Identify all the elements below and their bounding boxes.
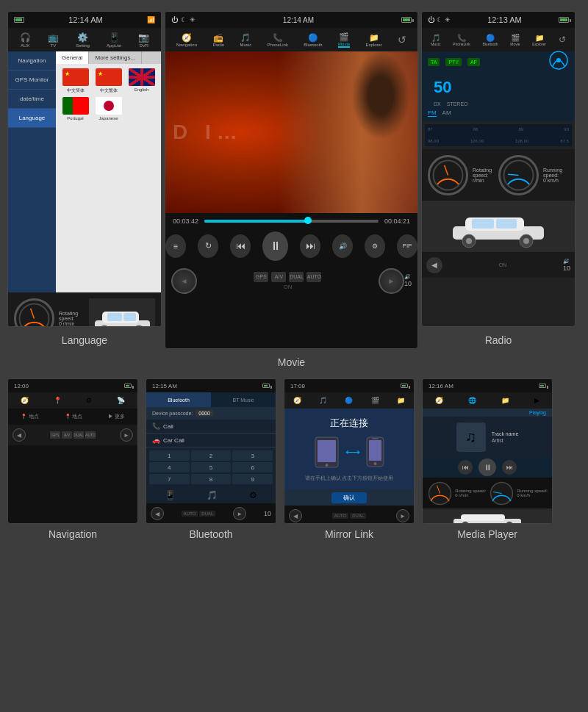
radio-frequency-number: 50	[428, 75, 569, 100]
movie-nav-navigation[interactable]: 🧭 Navigation	[176, 33, 197, 47]
right-nav-music[interactable]: 🎵 Music	[431, 34, 440, 46]
right-nav-bluetooth[interactable]: 🔵 Bluetooth	[482, 34, 498, 46]
bt-num-2[interactable]: 2	[191, 450, 232, 461]
bb-av[interactable]: A/V	[271, 272, 286, 282]
nav-btn-auto[interactable]: AUTO	[85, 431, 96, 439]
bt-battery	[262, 384, 270, 388]
bt-label: Bluetooth	[189, 528, 232, 540]
nav-btn-av[interactable]: A/V	[62, 431, 72, 439]
repeat-btn[interactable]: ↻	[198, 234, 218, 258]
settings-btn-player[interactable]: ⚙	[365, 234, 385, 258]
media-prev-btn[interactable]: ⏮	[458, 460, 473, 475]
right-nav-back[interactable]: ↺	[559, 35, 566, 45]
nav-btn-dual[interactable]: DUAL	[74, 431, 84, 439]
sound-btn[interactable]: 🔊	[332, 234, 353, 258]
bt-tab-btmusic[interactable]: BT Music	[211, 392, 276, 407]
bt-list-item-call[interactable]: 📞 Call	[146, 420, 276, 434]
nav-poi-1[interactable]: 📍 地点	[21, 413, 39, 420]
movie-nav-bluetooth[interactable]: 🔵 Bluetooth	[304, 33, 322, 47]
movie-nav-radio[interactable]: 📻 Radio	[212, 33, 224, 47]
radio-ta-badge[interactable]: TA	[428, 58, 440, 66]
progress-track[interactable]	[204, 220, 379, 223]
pip-btn[interactable]: PIP	[397, 234, 417, 258]
sidebar-gps[interactable]: GPS Monitor	[8, 71, 56, 90]
movie-nav-back[interactable]: ↺	[398, 34, 406, 46]
left-nav-setting[interactable]: ⚙️ Setting	[76, 32, 90, 48]
playlist-btn[interactable]: ≡	[165, 234, 186, 258]
tab-general[interactable]: General	[56, 51, 89, 64]
bt-num-4[interactable]: 4	[149, 462, 190, 472]
bt-auto[interactable]: AUTO	[182, 511, 198, 517]
bt-dual[interactable]: DUAL	[199, 511, 215, 517]
nav-btn-gps[interactable]: GPS	[50, 431, 60, 439]
sidebar-language[interactable]: Language	[8, 109, 56, 128]
nav-poi-2[interactable]: 📍 地点	[65, 413, 83, 420]
bt-device-row: Device passcode: 0000	[146, 407, 276, 420]
mirror-ctrl-left[interactable]: ◀	[289, 509, 302, 522]
flag-china-simplified[interactable]: ★ 中文简体	[60, 68, 90, 94]
bb-dual[interactable]: DUAL	[289, 272, 304, 282]
media-next-btn[interactable]: ⏭	[502, 460, 517, 475]
bb-auto[interactable]: AUTO	[306, 272, 321, 282]
bb-gps[interactable]: GPS	[254, 272, 268, 282]
flag-japanese[interactable]: Japanese	[93, 97, 123, 121]
tab-more[interactable]: More settings...	[89, 51, 142, 64]
right-nav-movie[interactable]: 🎬 Movie	[510, 34, 520, 46]
right-nav-phonelink[interactable]: 📞 PhoneLink	[453, 34, 470, 46]
play-pause-btn[interactable]: ⏸	[262, 231, 288, 261]
movie-nav-movie[interactable]: 🎬 Movie	[338, 32, 350, 48]
bt-ctrl-right[interactable]: ►	[233, 507, 246, 520]
radio-fm[interactable]: FM	[428, 109, 437, 117]
bt-num-7[interactable]: 7	[149, 474, 190, 484]
mirror-dual[interactable]: DUAL	[350, 513, 366, 519]
progress-bar-container[interactable]: 00:03:42 00:04:21	[165, 213, 417, 229]
bt-num-5[interactable]: 5	[191, 462, 232, 472]
movie-battery	[401, 17, 412, 23]
prev-btn[interactable]: ⏮	[230, 234, 251, 258]
left-nav-dvr[interactable]: 📷 DVR	[138, 32, 149, 48]
radio-am[interactable]: AM	[442, 109, 451, 117]
left-nav-aux[interactable]: 🎧 AUX	[20, 32, 31, 48]
radio-af-badge[interactable]: AF	[467, 58, 480, 66]
nav-ctrl-right[interactable]: ►	[120, 428, 133, 442]
nav-ctrl-left[interactable]: ◀	[12, 428, 26, 442]
mirror-auto[interactable]: AUTO	[332, 513, 349, 519]
bt-num-1[interactable]: 1	[149, 450, 190, 461]
bt-settings-icon: ⚙	[249, 490, 257, 500]
movie-nav-phonelink[interactable]: 📞 PhoneLink	[268, 33, 288, 47]
next-btn[interactable]: ⏭	[300, 234, 320, 258]
right-battery	[559, 17, 569, 23]
bt-num-9[interactable]: 9	[232, 474, 273, 484]
mirror-ctrl-right[interactable]: ►	[396, 509, 409, 522]
bt-num-3[interactable]: 3	[232, 450, 273, 461]
flag-china-traditional[interactable]: ★ 中文繁体	[93, 68, 123, 94]
movie-nav-music[interactable]: 🎵 Music	[240, 33, 252, 47]
movie-knob-right[interactable]: ►	[379, 268, 404, 294]
nav-poi-3[interactable]: ▶ 更多	[108, 413, 125, 420]
right-nav-explorer[interactable]: 📁 Explorer	[532, 34, 546, 46]
radio-band-row: FM AM	[428, 108, 569, 118]
bt-ctrl-left[interactable]: ◀	[151, 507, 164, 520]
mirror-nav-bar: 🧭 🎵 🔵 🎬 📁	[284, 392, 414, 409]
media-nav-bar: 🧭 🌐 📁 ▶	[423, 392, 552, 409]
video-background: D I…	[165, 51, 417, 213]
bt-num-8[interactable]: 8	[191, 474, 232, 484]
flag-english[interactable]: English	[126, 68, 157, 94]
right-ctrl-prev[interactable]: ◀	[426, 257, 442, 273]
sidebar-datetime[interactable]: date/time	[8, 90, 56, 109]
mirror-confirm-btn[interactable]: 确认	[331, 492, 367, 503]
sidebar-navigation[interactable]: Navigation	[8, 51, 56, 71]
media-play-btn[interactable]: ⏸	[478, 459, 496, 476]
svg-rect-9	[123, 313, 136, 321]
bt-num-6[interactable]: 6	[232, 462, 273, 472]
settings-main: General More settings... ★ 中文简体	[56, 51, 161, 292]
radio-pty-badge[interactable]: PTY	[445, 58, 462, 66]
left-nav-applist[interactable]: 📱 AppList	[107, 32, 121, 48]
svg-point-21	[523, 238, 529, 244]
bt-tab-bluetooth[interactable]: Bluetooth	[146, 392, 211, 407]
left-nav-tv[interactable]: 📺 TV	[48, 32, 59, 48]
movie-knob-left[interactable]: ◄	[171, 268, 197, 294]
bt-list-item-carcall[interactable]: 🚗 Car Call	[146, 434, 276, 447]
flag-portugal[interactable]: Portugal	[60, 97, 90, 121]
movie-nav-explorer[interactable]: 📁 Explorer	[365, 33, 381, 47]
